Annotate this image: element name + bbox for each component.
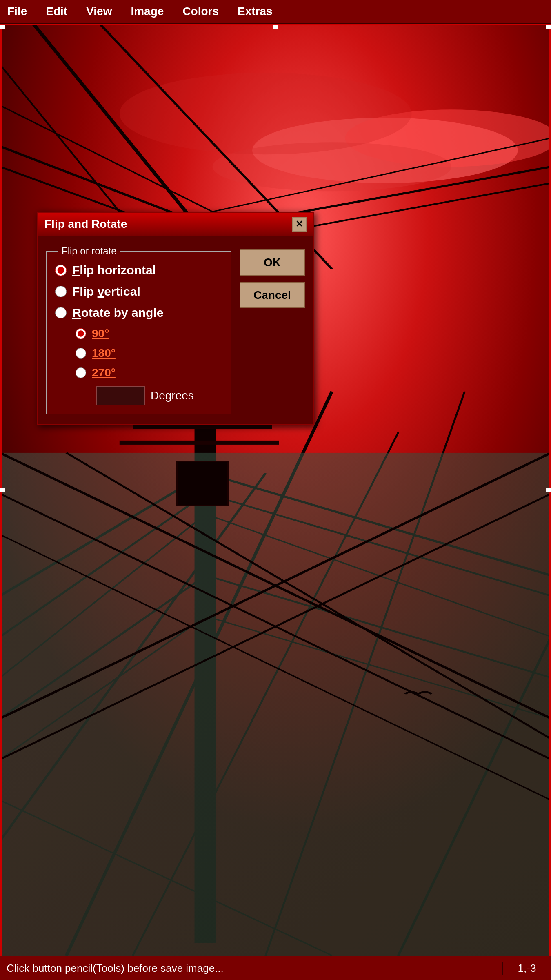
rotate-90-radio[interactable] — [76, 328, 86, 339]
flip-vertical-label: Flip vertical — [72, 285, 140, 298]
rotate-by-angle-option[interactable]: Rotate by angle — [55, 306, 222, 320]
dialog-close-button[interactable]: ✕ — [292, 217, 307, 232]
dialog-titlebar: Flip and Rotate ✕ — [38, 213, 313, 236]
rotate-sub-options: 90° 180° 270° Degrees — [76, 327, 222, 405]
flip-rotate-dialog: Flip and Rotate ✕ Flip or rotate Flip ho… — [37, 212, 314, 425]
dialog-buttons: OK Cancel — [240, 245, 305, 414]
fieldset-legend: Flip or rotate — [58, 245, 120, 257]
flip-horizontal-radio[interactable] — [55, 265, 67, 276]
menu-extras[interactable]: Extras — [234, 3, 276, 20]
rotate-90-option[interactable]: 90° — [76, 327, 222, 340]
svg-point-5 — [120, 73, 412, 154]
handle-left-center[interactable] — [0, 488, 5, 492]
handle-top-left[interactable] — [0, 24, 5, 29]
rotate-by-angle-label: Rotate by angle — [72, 306, 163, 320]
handle-top-center[interactable] — [273, 24, 278, 29]
svg-rect-45 — [178, 462, 227, 505]
rotate-270-label: 270° — [92, 366, 116, 379]
flip-rotate-fieldset: Flip or rotate Flip horizontal Flip vert… — [46, 245, 231, 414]
ok-button[interactable]: OK — [240, 249, 305, 276]
flip-horizontal-label: Flip horizontal — [72, 263, 156, 277]
menu-colors[interactable]: Colors — [179, 3, 222, 20]
flip-vertical-radio[interactable] — [55, 286, 67, 297]
rotate-180-label: 180° — [92, 347, 116, 360]
svg-rect-37 — [0, 453, 551, 956]
rotate-by-angle-radio[interactable] — [55, 307, 67, 318]
power-lines-svg — [0, 24, 551, 956]
canvas-area — [0, 24, 551, 956]
rotate-270-option[interactable]: 270° — [76, 366, 222, 379]
degrees-input[interactable] — [96, 386, 145, 405]
status-text: Click button pencil(Tools) before save i… — [0, 962, 502, 975]
cancel-button[interactable]: Cancel — [240, 282, 305, 308]
svg-rect-10 — [120, 441, 279, 445]
degrees-row: Degrees — [96, 386, 222, 405]
menu-view[interactable]: View — [83, 3, 115, 20]
menu-edit[interactable]: Edit — [42, 3, 71, 20]
degrees-label: Degrees — [151, 389, 194, 402]
dialog-title: Flip and Rotate — [44, 218, 127, 231]
menu-image[interactable]: Image — [127, 3, 167, 20]
dialog-body: Flip or rotate Flip horizontal Flip vert… — [38, 236, 313, 424]
handle-right-center[interactable] — [546, 488, 551, 492]
menu-file[interactable]: File — [4, 3, 30, 20]
rotate-270-radio[interactable] — [76, 368, 86, 378]
rotate-180-radio[interactable] — [76, 348, 86, 359]
rotate-180-option[interactable]: 180° — [76, 347, 222, 360]
handle-top-right[interactable] — [546, 24, 551, 29]
background-image — [0, 24, 551, 956]
flip-horizontal-option[interactable]: Flip horizontal — [55, 263, 222, 277]
rotate-90-label: 90° — [92, 327, 109, 340]
status-coords: 1,-3 — [502, 962, 551, 975]
flip-vertical-option[interactable]: Flip vertical — [55, 285, 222, 298]
menubar: File Edit View Image Colors Extras — [0, 0, 551, 24]
statusbar: Click button pencil(Tools) before save i… — [0, 956, 551, 980]
